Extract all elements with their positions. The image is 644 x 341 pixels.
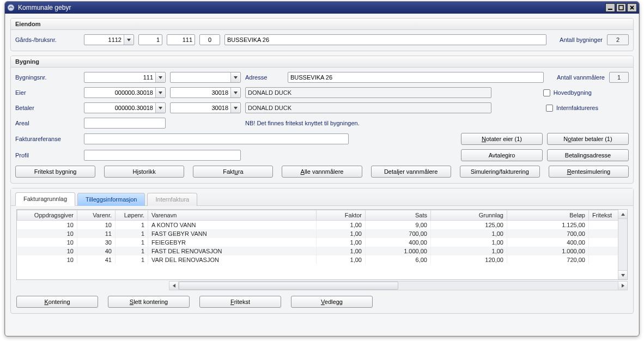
svg-rect-1 [608,9,612,10]
eier-nr-input[interactable] [171,88,230,98]
col-sats[interactable]: Sats [366,210,431,221]
window-frame: Kommunale gebyr Eiendom Gårds-/bruksnr. [4,1,640,337]
feste-nr-input[interactable] [167,34,195,45]
app-icon [7,4,15,11]
col-faktor[interactable]: Faktor [317,210,366,221]
fakturareferanse-input[interactable] [84,133,349,144]
eier-id-input[interactable] [84,88,155,98]
minimize-button[interactable] [605,3,615,12]
scroll-down-icon[interactable] [618,270,627,279]
betaler-nr-combo[interactable] [170,102,241,113]
simulering-fakturering-button[interactable]: Simulering/fakturering [460,166,540,178]
table-row[interactable]: 10111FAST GEBYR VANN1,00700,001,00700,00 [17,229,627,238]
chevron-down-icon[interactable] [230,103,240,113]
antall-vannmalere-value [609,72,629,83]
vertical-scrollbar[interactable] [618,210,627,279]
areal-input[interactable] [84,118,166,129]
chevron-down-icon[interactable] [155,72,165,82]
col-varenr[interactable]: Varenr. [77,210,116,221]
betaler-id-input[interactable] [84,103,155,113]
scroll-thumb[interactable] [179,282,398,290]
internfaktureres-checkbox[interactable]: Internfaktureres [546,105,598,112]
table-row[interactable]: 10411VAR DEL RENOVASJON1,006,00120,00720… [17,255,627,264]
betalingsadresse-button[interactable]: Betalingsadresse [547,149,629,161]
historikk-button[interactable]: Historikk [104,166,184,178]
antall-bygninger-label: Antall bygninger [560,36,603,43]
col-lopenr[interactable]: Løpenr. [116,210,148,221]
window-title: Kommunale gebyr [18,4,71,11]
betaler-navn-value [245,102,491,113]
col-belop[interactable]: Beløp [507,210,589,221]
group-bygning: Bygning Bygningsnr. Adresse Antall vannm… [10,56,634,184]
profil-label: Profil [15,152,80,159]
slett-kontering-button[interactable]: Slett kontering [108,296,190,308]
alle-vannmalere-button[interactable]: Alle vannmålere [282,166,362,178]
chevron-down-icon[interactable] [155,103,165,113]
betaler-nr-input[interactable] [171,103,230,113]
table-row[interactable]: 10101A KONTO VANN1,009,00125,001.125,00 [17,221,627,230]
checkbox-box[interactable] [543,89,550,96]
profil-input[interactable] [84,150,241,161]
tabstrip: Fakturagrunnlag Tilleggsinformasjon Inte… [11,188,633,206]
detaljer-vannmalere-button[interactable]: Detaljer vannmålere [371,166,451,178]
eiendom-adresse-input[interactable] [224,34,546,45]
vedlegg-button[interactable]: Vedlegg [291,296,373,308]
chevron-down-icon[interactable] [155,88,165,98]
antall-vannmalere-label: Antall vannmålere [557,74,605,81]
titlebar[interactable]: Kommunale gebyr [5,2,639,14]
table-row[interactable]: 10301FEIEGEBYR1,00400,001,00400,00 [17,238,627,247]
group-eiendom-header: Eiendom [11,19,633,30]
notater-betaler-button[interactable]: Notater betaler (1) [547,133,629,145]
col-oppdragsgiver[interactable]: Oppdragsgiver [17,210,77,221]
adresse-label: Adresse [245,74,283,81]
tabs-container: Fakturagrunnlag Tilleggsinformasjon Inte… [10,188,634,314]
col-varenavn[interactable]: Varenavn [148,210,317,221]
fritekst-note: NB! Det finnes fritekst knyttet til bygn… [245,120,360,126]
maximize-button[interactable] [616,3,626,12]
horizontal-scrollbar[interactable] [16,281,628,290]
bygningsnr-input[interactable] [84,72,155,82]
hovedbygning-label: Hovedbygning [554,89,592,96]
gards-nr-input[interactable] [84,35,124,45]
kontering-button[interactable]: Kontering [16,296,98,308]
faktura-button[interactable]: Faktura [193,166,273,178]
bygningsnr2-combo[interactable] [170,72,241,83]
bygning-adresse-input[interactable] [288,72,544,83]
table-row[interactable]: 10401FAST DEL RENOVASJON1,001.000,001,00… [17,247,627,255]
notater-eier-button[interactable]: Notater eier (1) [461,133,543,145]
hovedbygning-checkbox[interactable]: Hovedbygning [543,89,592,96]
bygningsnr-combo[interactable] [84,72,166,83]
seksjons-nr-input[interactable] [199,34,220,45]
close-button[interactable] [627,3,637,12]
scroll-right-icon[interactable] [618,282,627,290]
tab-internfaktura[interactable]: Internfaktura [147,193,197,206]
group-bygning-header: Bygning [11,56,633,68]
grid-wrap: Oppdragsgiver Varenr. Løpenr. Varenavn F… [16,209,628,280]
rentesimulering-button[interactable]: Rentesimulering [549,166,629,178]
internfaktureres-label: Internfaktureres [556,105,598,111]
tab-tilleggsinformasjon[interactable]: Tilleggsinformasjon [77,193,145,206]
gards-bruksnr-label: Gårds-/bruksnr. [15,36,80,43]
group-eiendom: Eiendom Gårds-/bruksnr. Antall bygninger [10,18,634,51]
chevron-down-icon[interactable] [230,72,240,82]
svg-point-0 [8,4,14,11]
gards-nr-combo[interactable] [84,34,134,45]
bygningsnr2-input[interactable] [171,72,230,82]
fritekst-bygning-button[interactable]: Fritekst bygning [15,166,95,178]
scroll-up-icon[interactable] [618,210,627,219]
chevron-down-icon[interactable] [124,35,133,45]
bygningsnr-label: Bygningsnr. [15,74,80,81]
avtalegiro-button[interactable]: Avtalegiro [461,149,543,161]
eier-nr-combo[interactable] [170,87,241,98]
eier-id-combo[interactable] [84,87,166,98]
col-grunnlag[interactable]: Grunnlag [431,210,507,221]
grid-table[interactable]: Oppdragsgiver Varenr. Løpenr. Varenavn F… [17,210,627,264]
fritekst-button[interactable]: Fritekst [199,296,281,308]
bruks-nr-input[interactable] [138,34,162,45]
chevron-down-icon[interactable] [230,88,240,98]
fakturareferanse-label: Fakturareferanse [15,136,80,142]
checkbox-box[interactable] [546,105,553,112]
scroll-left-icon[interactable] [169,282,179,290]
tab-fakturagrunnlag[interactable]: Fakturagrunnlag [15,192,75,206]
betaler-id-combo[interactable] [84,102,166,113]
